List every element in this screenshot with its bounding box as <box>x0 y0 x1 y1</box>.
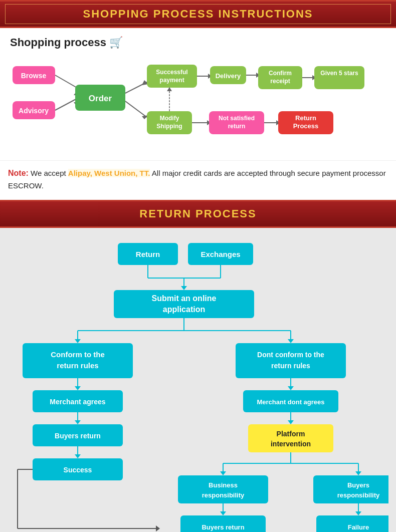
shopping-flow-diagram: Browse Advisory Order Successful paym <box>13 57 383 152</box>
svg-line-4 <box>55 75 78 88</box>
svg-text:Merchant dont agrees: Merchant dont agrees <box>257 398 324 406</box>
svg-marker-86 <box>288 386 294 390</box>
svg-text:Process: Process <box>293 122 319 130</box>
svg-rect-63 <box>23 343 133 378</box>
svg-text:Merchant agrees: Merchant agrees <box>50 398 105 406</box>
svg-text:Shipping: Shipping <box>156 123 182 130</box>
svg-marker-99 <box>355 471 361 475</box>
svg-rect-107 <box>313 475 388 503</box>
svg-text:Failure: Failure <box>348 523 369 531</box>
section-title-text: Shopping process <box>10 36 106 49</box>
svg-text:application: application <box>163 305 205 314</box>
svg-marker-75 <box>75 454 81 458</box>
svg-text:Modify: Modify <box>160 115 179 122</box>
svg-marker-90 <box>288 420 294 424</box>
header-title: SHOPPING PROCESS INSTRUCTIONS <box>0 8 396 21</box>
svg-line-12 <box>125 101 147 117</box>
note-highlight: Alipay, West Union, TT. <box>68 169 150 177</box>
svg-text:Advisory: Advisory <box>19 107 49 115</box>
svg-text:Submit an online: Submit an online <box>152 294 217 303</box>
svg-text:Business: Business <box>209 481 238 489</box>
svg-marker-60 <box>75 339 81 343</box>
svg-rect-100 <box>178 475 268 503</box>
svg-text:Success: Success <box>64 466 92 474</box>
svg-text:return: return <box>228 123 246 130</box>
svg-text:Buyers return: Buyers return <box>202 523 244 531</box>
svg-marker-62 <box>288 339 294 343</box>
svg-text:Conform to the: Conform to the <box>51 350 104 359</box>
svg-marker-104 <box>220 511 226 515</box>
svg-marker-71 <box>75 420 81 424</box>
svg-marker-34 <box>167 87 172 91</box>
svg-text:intervention: intervention <box>271 440 311 448</box>
return-banner: RETURN PROCESS <box>0 200 396 228</box>
shopping-section: Shopping process 🛒 Browse Advisory Order <box>0 28 396 160</box>
section-title-shopping: Shopping process 🛒 <box>10 36 386 49</box>
svg-line-5 <box>55 98 78 110</box>
svg-text:Delivery: Delivery <box>216 72 241 80</box>
svg-marker-53 <box>181 286 187 290</box>
svg-rect-82 <box>236 343 346 378</box>
note-label: Note: <box>8 169 29 177</box>
svg-text:Order: Order <box>89 94 112 103</box>
return-banner-title: RETURN PROCESS <box>0 207 396 220</box>
svg-marker-81 <box>156 525 160 531</box>
note-text: Note: We accept Alipay, West Union, TT. … <box>8 167 388 192</box>
note-text-before: We accept <box>31 169 68 177</box>
svg-text:Return: Return <box>136 250 160 258</box>
svg-text:Browse: Browse <box>21 72 47 80</box>
svg-text:Buyers: Buyers <box>347 481 369 489</box>
return-flow-svg: Return Exchanges Submit an online applic… <box>8 238 388 532</box>
svg-text:responsibility: responsibility <box>202 491 245 499</box>
svg-text:payment: payment <box>159 77 184 84</box>
svg-text:Confirm: Confirm <box>269 70 292 77</box>
svg-text:responsibility: responsibility <box>337 491 380 499</box>
svg-text:Buyers return: Buyers return <box>55 432 101 440</box>
svg-text:Dont conform to the: Dont conform to the <box>257 351 324 359</box>
header-banner: SHOPPING PROCESS INSTRUCTIONS <box>0 0 396 28</box>
svg-text:Platform: Platform <box>277 430 305 438</box>
svg-text:receipt: receipt <box>270 78 290 85</box>
svg-marker-67 <box>75 386 81 390</box>
svg-text:Not satisfied: Not satisfied <box>219 115 255 122</box>
return-flow-diagram: Return Exchanges Submit an online applic… <box>8 238 388 532</box>
svg-text:Successful: Successful <box>156 69 187 76</box>
svg-text:return rules: return rules <box>271 362 310 370</box>
svg-rect-14 <box>147 65 197 88</box>
svg-text:Return: Return <box>295 114 316 122</box>
svg-marker-97 <box>220 471 226 475</box>
svg-text:Given 5 stars: Given 5 stars <box>320 70 358 77</box>
svg-text:return rules: return rules <box>57 361 98 370</box>
svg-text:Exchanges: Exchanges <box>201 250 240 258</box>
note-section: Note: We accept Alipay, West Union, TT. … <box>0 160 396 200</box>
shopping-flow-svg: Browse Advisory Order Successful paym <box>13 57 383 152</box>
svg-rect-91 <box>248 424 333 452</box>
shopping-icon: 🛒 <box>109 36 123 49</box>
return-section: Return Exchanges Submit an online applic… <box>0 228 396 532</box>
svg-marker-111 <box>355 511 361 515</box>
